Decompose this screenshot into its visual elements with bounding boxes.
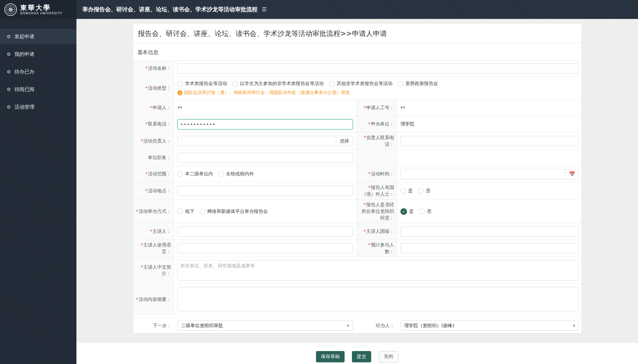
activity-leader-input[interactable] [177, 136, 336, 146]
sidebar-item-label: 活动管理 [15, 104, 35, 110]
radio-unchecked-icon [400, 188, 406, 194]
content-wrapper: 报告会、研讨会、讲座、论坛、读书会、学术沙龙等活动审批流程>>申请人申请 基本信… [76, 19, 638, 334]
close-button[interactable]: 关闭 [378, 351, 398, 362]
radio-unchecked-icon [218, 171, 224, 177]
activity-time-cell: 📅 [397, 166, 582, 182]
form-row-applicant: *申请人： ** *申请人工号： ** [133, 100, 582, 116]
activity-scope-label: *活动范围： [133, 166, 174, 182]
chevron-down-icon: ▼ [347, 324, 349, 327]
handler-cell: 理学院（党组织）(谢峰) ▼ [397, 318, 582, 333]
international-approval-note: i 国际会议和沪港（澳）、海峡两岸研讨会，报国际合作处（港澳台事务办公室）审批 [177, 90, 350, 96]
form-row-speaker-language: *主讲人使用语言： *预计参与人数： [133, 240, 582, 257]
sidebar-item-todo-done[interactable]: ⚙ 待办已办 [0, 64, 76, 79]
speaker-bio-textarea[interactable] [177, 260, 579, 281]
activity-time-label: *活动时间： [356, 166, 397, 182]
applying-unit-value: 理学院 [397, 116, 582, 132]
expected-participants-input[interactable] [400, 243, 579, 253]
app-title: 举办报告会、研讨会、讲座、论坛、读书会、学术沙龙等活动审批流程 [82, 6, 258, 13]
party-consent-label: *报告人是否经所在单位党组织同意： [356, 200, 397, 223]
radio-unchecked-icon [418, 188, 424, 194]
activity-place-input[interactable] [177, 186, 353, 196]
gears-icon: ⚙ [7, 105, 11, 109]
radio-option-consent-no[interactable]: 否 [419, 209, 431, 215]
save-draft-button[interactable]: 保存草稿 [316, 351, 345, 362]
speaker-language-input[interactable] [177, 243, 353, 253]
contact-phone-cell [174, 116, 356, 132]
radio-option-foreign-yes[interactable]: 是 [400, 188, 413, 194]
radio-option-foreign-no[interactable]: 否 [418, 188, 430, 194]
radio-unchecked-icon [419, 209, 425, 214]
radio-option-campus-or-outside[interactable]: 全校或校内外 [218, 171, 254, 177]
sidebar-item-label: 我的申请 [15, 51, 35, 57]
radio-unchecked-icon [177, 209, 183, 214]
main-area: 报告会、研讨会、讲座、论坛、读书会、学术沙龙等活动审批流程>>申请人申请 基本信… [76, 19, 638, 364]
activity-type-label: *活动类型： [133, 77, 174, 100]
activity-type-cell: 学术类报告会等活动 以学生为主参加的非学术类报告会等活动 其他非学术类报告会等活… [174, 77, 582, 100]
speaker-cell [174, 224, 356, 239]
activity-mode-cell: 线下 网络和新媒体平台举办报告会 [174, 200, 356, 223]
unit-position-input[interactable] [177, 153, 353, 163]
sidebar-item-toread-read[interactable]: ⚙ 待阅已阅 [0, 82, 76, 97]
form-row-next-step: 下一步： 二级单位党组织审批 ▼ 经办人： 理学院（党组织）(谢峰) [133, 318, 582, 333]
empty-label-cell [356, 150, 397, 166]
speaker-label: *主讲人： [133, 224, 174, 239]
speaker-nationality-label: *主讲人国籍： [356, 224, 397, 239]
sidebar-item-my-applications[interactable]: ⚙ 我的申请 [0, 46, 76, 62]
next-step-dropdown[interactable]: 二级单位党组织审批 ▼ [177, 320, 353, 331]
activity-summary-label: *活动内容摘要： [133, 284, 174, 315]
foreign-speaker-label: *报告人有国（境）外人士： [356, 182, 397, 199]
activity-place-cell [174, 182, 356, 199]
activity-name-label: *活动名称： [133, 60, 174, 76]
next-step-cell: 二级单位党组织审批 ▼ [174, 318, 356, 333]
activity-place-label: *活动地点： [133, 182, 174, 199]
radio-option-academic[interactable]: 学术类报告会等活动 [177, 81, 227, 87]
form-card: 报告会、研讨会、讲座、论坛、读书会、学术沙龙等活动审批流程>>申请人申请 基本信… [133, 23, 582, 334]
radio-option-policy-report[interactable]: 形势政策报告会 [398, 81, 438, 87]
hamburger-menu-icon[interactable]: ☰ [262, 7, 266, 12]
leader-phone-cell [397, 133, 582, 149]
activity-name-input[interactable] [177, 63, 579, 74]
form-row-activity-summary: *活动内容摘要： [133, 284, 582, 315]
radio-option-student-nonacademic[interactable]: 以学生为主参加的非学术类报告会等活动 [232, 81, 324, 87]
form-row-activity-mode: *活动举办方式： 线下 网络和新媒体平台举办报告会 [133, 200, 582, 224]
sidebar-item-label: 发起申请 [15, 34, 35, 40]
required-asterisk: * [145, 85, 148, 91]
activity-type-options: 学术类报告会等活动 以学生为主参加的非学术类报告会等活动 其他非学术类报告会等活… [177, 81, 438, 87]
handler-dropdown[interactable]: 理学院（党组织）(谢峰) ▼ [400, 320, 579, 331]
leader-phone-input[interactable] [400, 136, 579, 146]
form-row-activity-leader: *活动负责人： 选择 *负责人联系电话： [133, 133, 582, 150]
leader-select-button[interactable]: 选择 [336, 136, 353, 146]
radio-option-within-unit[interactable]: 本二级单位内 [177, 171, 213, 177]
radio-option-offline[interactable]: 线下 [177, 209, 194, 215]
top-bar: 举办报告会、研讨会、讲座、论坛、读书会、学术沙龙等活动审批流程 ☰ [76, 0, 638, 19]
contact-phone-input[interactable] [177, 119, 353, 130]
activity-scope-cell: 本二级单位内 全校或校内外 [174, 166, 356, 182]
university-name-en: DONGHUA UNIVERSITY [20, 12, 62, 15]
unit-position-label: 单位职务： [133, 150, 174, 166]
applying-unit-label: *申办单位： [356, 116, 397, 132]
sidebar-item-label: 待办已办 [15, 69, 35, 75]
app-window: 東華大學 DONGHUA UNIVERSITY 举办报告会、研讨会、讲座、论坛、… [0, 0, 638, 364]
applicant-value: ** [174, 100, 356, 116]
sidebar-item-initiate-application[interactable]: ⚙ 发起申请 [0, 29, 76, 44]
calendar-icon[interactable]: 📅 [566, 169, 579, 179]
activity-time-input[interactable] [400, 169, 566, 179]
radio-option-consent-yes[interactable]: ✓ 是 [400, 208, 414, 215]
radio-option-other-nonacademic[interactable]: 其他非学术类报告会等活动 [329, 81, 392, 87]
university-logo-text: 東華大學 DONGHUA UNIVERSITY [20, 4, 62, 15]
gears-icon: ⚙ [7, 34, 11, 39]
speaker-input[interactable] [177, 227, 353, 237]
radio-option-online-media[interactable]: 网络和新媒体平台举办报告会 [200, 209, 268, 215]
submit-button[interactable]: 提交 [352, 351, 371, 362]
speaker-nationality-input[interactable] [400, 227, 579, 237]
university-logo-emblem [4, 3, 17, 16]
expected-participants-label: *预计参与人数： [356, 240, 397, 257]
section-title-basic-info: 基本信息 [137, 49, 578, 56]
radio-checked-icon: ✓ [400, 208, 407, 215]
expected-participants-cell [397, 240, 582, 257]
sidebar-item-activity-management[interactable]: ⚙ 活动管理 [0, 99, 76, 115]
handler-label: 经办人： [356, 318, 397, 333]
activity-leader-input-group: 选择 [177, 136, 353, 146]
activity-summary-textarea[interactable] [177, 287, 579, 311]
activity-summary-cell [174, 284, 582, 315]
